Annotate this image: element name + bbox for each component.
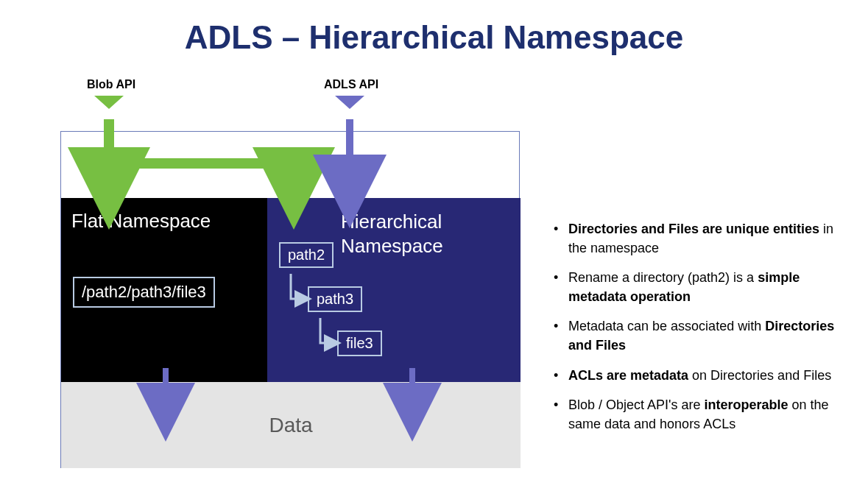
bullet-text: ACLs are metadata [568,368,688,383]
funnel-icon [335,96,364,109]
bullet-text: Rename a directory (path2) is a [568,270,758,285]
bullet-text: on Directories and Files [688,368,831,383]
funnel-icon [94,96,124,109]
hier-node-file3: file3 [337,330,382,356]
diagram-frame: Flat Namespace /path2/path3/file3 Hierar… [60,131,520,468]
bullet-list: Directories and Files are unique entitie… [552,219,847,444]
bullet-item: Metadata can be associated with Director… [552,317,847,355]
bullet-item: Rename a directory (path2) is a simple m… [552,268,847,306]
slide-title: ADLS – Hierarchical Namespace [0,19,868,56]
adls-api-label: ADLS API [324,78,378,91]
hierarchical-namespace-box: Hierarchical Namespace path2 path3 file3 [267,198,521,382]
bullet-item: ACLs are metadata on Directories and Fil… [552,366,847,385]
flat-namespace-title: Flat Namespace [61,198,267,233]
blob-api-label: Blob API [87,78,135,91]
hier-node-path3: path3 [308,286,362,312]
bullet-text: interoperable [705,397,788,412]
hier-node-path2: path2 [279,242,334,268]
flat-namespace-box: Flat Namespace /path2/path3/file3 [61,198,267,382]
bullet-text: Blob / Object API's are [568,397,705,412]
flat-path-box: /path2/path3/file3 [73,277,215,308]
bullet-text: Directories and Files are unique entitie… [568,222,819,236]
bullet-item: Directories and Files are unique entitie… [552,219,847,258]
data-layer-box: Data [61,382,521,468]
bullet-text: Metadata can be associated with [568,319,765,333]
bullet-item: Blob / Object API's are interoperable on… [552,395,847,434]
